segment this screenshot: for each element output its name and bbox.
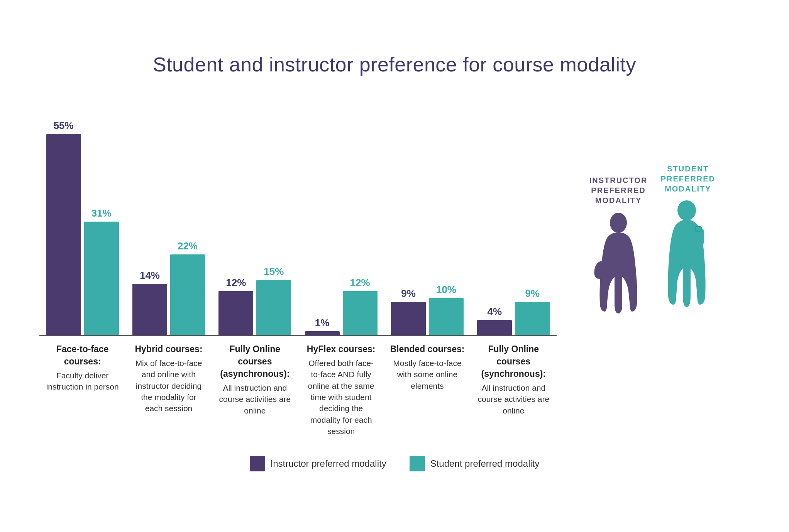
legend-student-label: Student preferred modality — [430, 458, 540, 469]
bar-label-desc-fully-online-sync: All instruction and course activities ar… — [478, 383, 550, 415]
bar-label-desc-hybrid: Mix of face-to-face and online with inst… — [135, 359, 202, 413]
student-value-hybrid: 22% — [178, 240, 198, 252]
legend-student-box — [410, 456, 425, 471]
instructor-value-blended: 9% — [401, 288, 416, 300]
legend: Instructor preferred modality Student pr… — [39, 456, 750, 471]
student-bar-wrapper-fully-online-sync: 9% — [515, 95, 550, 335]
instructor-bar-hyflex — [305, 331, 340, 335]
bar-label-fully-online-async: Fully Online courses (asynchronous):All … — [212, 336, 298, 437]
bars-section: 55% 31% 14% 22% 12% 15% 1% 12% 9% 10% — [39, 95, 557, 335]
bar-label-title-hybrid: Hybrid courses: — [131, 343, 206, 355]
chart-container: Student and instructor preference for co… — [16, 37, 773, 495]
instructor-value-hybrid: 14% — [140, 269, 160, 281]
instructor-value-fully-online-sync: 4% — [488, 306, 502, 318]
bar-label-title-fully-online-sync: Fully Online courses (synchronous): — [476, 343, 551, 380]
bar-group-fully-online-sync: 4% 9% — [471, 95, 557, 335]
instructor-bar-face-to-face — [46, 134, 81, 335]
bar-label-fully-online-sync: Fully Online courses (synchronous):All i… — [471, 336, 557, 437]
bar-group-face-to-face: 55% 31% — [39, 95, 125, 335]
bar-label-blended: Blended courses:Mostly face-to-face with… — [384, 336, 470, 437]
student-value-fully-online-sync: 9% — [525, 288, 540, 300]
legend-instructor: Instructor preferred modality — [250, 456, 386, 471]
bar-label-face-to-face: Face-to-face courses:Faculty deliver ins… — [39, 336, 125, 437]
bar-group-blended: 9% 10% — [384, 95, 470, 335]
bar-label-title-face-to-face: Face-to-face courses: — [45, 343, 120, 368]
instructor-bar-wrapper-hybrid: 14% — [132, 95, 167, 335]
svg-rect-3 — [695, 227, 701, 231]
student-bar-hybrid — [170, 254, 205, 335]
instructor-bar-fully-online-async — [218, 291, 253, 335]
bar-label-hybrid: Hybrid courses:Mix of face-to-face and o… — [125, 336, 212, 437]
student-bar-hyflex — [343, 291, 378, 335]
student-bar-blended — [429, 298, 464, 335]
svg-point-1 — [677, 200, 696, 220]
instructor-bar-wrapper-face-to-face: 55% — [46, 95, 81, 335]
instructor-bar-wrapper-fully-online-sync: 4% — [477, 95, 512, 335]
bar-label-desc-hyflex: Offered both face-to-face AND fully onli… — [308, 359, 374, 435]
bar-label-desc-fully-online-async: All instruction and course activities ar… — [219, 383, 291, 415]
labels-row: Face-to-face courses:Faculty deliver ins… — [39, 336, 750, 437]
bar-group-hyflex: 1% 12% — [298, 95, 384, 335]
bar-label-desc-face-to-face: Faculty deliver instruction in person — [46, 371, 119, 391]
legend-student: Student preferred modality — [410, 456, 540, 471]
legend-instructor-label: Instructor preferred modality — [271, 458, 386, 469]
bar-group-fully-online-async: 12% 15% — [212, 95, 298, 335]
instructor-bar-wrapper-blended: 9% — [391, 95, 426, 335]
bar-group-hybrid: 14% 22% — [125, 95, 212, 335]
instructor-value-fully-online-async: 12% — [226, 277, 246, 289]
label-spacer — [557, 336, 750, 437]
instructor-bar-wrapper-fully-online-async: 12% — [218, 95, 253, 335]
instructor-bar-wrapper-hyflex: 1% — [305, 95, 340, 335]
student-bar-face-to-face — [84, 222, 119, 335]
student-bar-wrapper-face-to-face: 31% — [84, 95, 119, 335]
student-value-hyflex: 12% — [350, 277, 370, 289]
silhouettes-section: INSTRUCTORPREFERREDMODALITY STUDENTPREFE… — [557, 164, 750, 335]
instructor-value-face-to-face: 55% — [54, 120, 74, 132]
bar-label-desc-blended: Mostly face-to-face with some online ele… — [393, 359, 461, 390]
student-silhouette-icon — [659, 200, 717, 331]
student-value-blended: 10% — [436, 284, 456, 296]
student-preferred-label: STUDENTPREFERREDMODALITY — [661, 164, 715, 194]
chart-top: 55% 31% 14% 22% 12% 15% 1% 12% 9% 10% — [39, 95, 750, 335]
instructor-silhouette-group: INSTRUCTORPREFERREDMODALITY — [589, 175, 648, 331]
bar-label-title-fully-online-async: Fully Online courses (asynchronous): — [218, 343, 292, 380]
student-bar-wrapper-hybrid: 22% — [170, 95, 205, 335]
instructor-bar-blended — [391, 302, 426, 335]
chart-area: 55% 31% 14% 22% 12% 15% 1% 12% 9% 10% — [39, 95, 750, 472]
bar-label-hyflex: HyFlex courses:Offered both face-to-face… — [298, 336, 384, 437]
chart-title: Student and instructor preference for co… — [39, 53, 750, 76]
instructor-silhouette-icon — [591, 211, 645, 331]
student-silhouette-group: STUDENTPREFERREDMODALITY — [659, 164, 717, 331]
student-bar-fully-online-sync — [515, 302, 550, 335]
student-bar-fully-online-async — [256, 280, 291, 335]
student-value-fully-online-async: 15% — [264, 266, 284, 278]
student-value-face-to-face: 31% — [91, 207, 112, 219]
legend-instructor-box — [250, 456, 265, 471]
instructor-bar-hybrid — [132, 284, 167, 335]
instructor-bar-fully-online-sync — [477, 320, 512, 335]
instructor-preferred-label: INSTRUCTORPREFERREDMODALITY — [589, 175, 648, 205]
student-bar-wrapper-hyflex: 12% — [343, 95, 378, 335]
silhouettes-inner: INSTRUCTORPREFERREDMODALITY STUDENTPREFE… — [589, 164, 717, 331]
instructor-value-hyflex: 1% — [315, 317, 330, 329]
bar-label-title-blended: Blended courses: — [390, 343, 464, 355]
student-bar-wrapper-blended: 10% — [429, 95, 464, 335]
student-bar-wrapper-fully-online-async: 15% — [256, 95, 291, 335]
bar-label-title-hyflex: HyFlex courses: — [304, 343, 378, 355]
svg-point-0 — [610, 213, 627, 233]
